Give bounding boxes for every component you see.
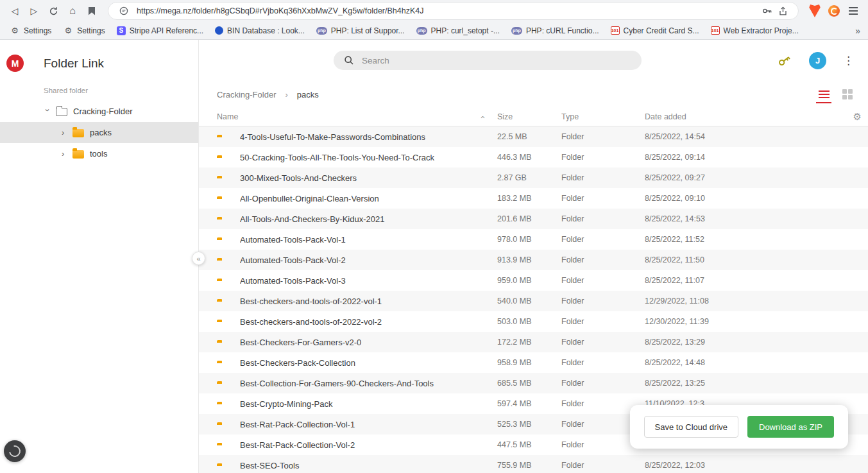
address-bar[interactable]: [108, 2, 799, 20]
table-row[interactable]: Best-checkers-and-tools-of-2022-vol-2 50…: [199, 311, 868, 332]
chevron-icon[interactable]: [62, 150, 67, 158]
view-toggles: [817, 89, 854, 99]
row-name: Best-SEO-Tools: [240, 461, 497, 470]
top-right-icons: J: [777, 52, 854, 69]
table-row[interactable]: Best-Collection-For-Gamers-90-Checkers-A…: [199, 373, 868, 393]
table-row[interactable]: Best-SEO-Tools 755.9 MB Folder 8/25/2022…: [199, 455, 868, 473]
row-size: 201.6 MB: [497, 214, 561, 223]
tree-item[interactable]: Cracking-Folder: [0, 101, 198, 122]
column-date[interactable]: Date added: [645, 112, 855, 121]
save-to-cloud-button[interactable]: Save to Cloud drive: [644, 416, 738, 438]
row-name: 300-Mixed-Tools-And-Checkers: [240, 173, 497, 183]
row-type: Folder: [561, 358, 645, 367]
row-type: Folder: [561, 379, 645, 388]
row-name: Automated-Tools-Pack-Vol-3: [240, 276, 497, 286]
chevron-icon[interactable]: [62, 128, 67, 137]
table-row[interactable]: Best-checkers-and-tools-of-2022-vol-1 54…: [199, 291, 868, 311]
row-type: Folder: [561, 276, 645, 285]
tree-item[interactable]: tools: [0, 143, 198, 164]
site-info-icon[interactable]: [116, 3, 132, 19]
bookmark-button[interactable]: [82, 2, 101, 20]
brave-shield-button[interactable]: [805, 2, 824, 20]
row-date: 8/25/2022, 14:48: [645, 358, 855, 367]
forward-button[interactable]: [24, 2, 44, 20]
folder-icon: [56, 108, 67, 116]
breadcrumb-parent[interactable]: Cracking-Folder: [217, 90, 276, 99]
row-type: Folder: [561, 132, 645, 141]
table-row[interactable]: All-Openbullet-Original-Clean-Version 18…: [199, 188, 868, 209]
table-row[interactable]: 50-Cracking-Tools-All-The-Tools-You-Need…: [199, 147, 868, 168]
floating-widget-button[interactable]: [4, 440, 26, 462]
url-input[interactable]: [137, 6, 760, 15]
row-date: 8/25/2022, 14:54: [645, 132, 855, 141]
bookmark-item[interactable]: Stripe API Referenc...: [111, 23, 209, 39]
bookmark-item[interactable]: Settings: [4, 23, 57, 39]
bookmark-favicon-icon: [117, 26, 126, 35]
row-name: Best-Checkers-For-Gamers-v2-0: [240, 338, 497, 347]
back-button[interactable]: [5, 2, 24, 20]
sidebar-collapse-button[interactable]: [192, 252, 205, 265]
tree-item[interactable]: packs: [0, 122, 198, 143]
brave-lion-icon: [809, 4, 821, 17]
reload-button[interactable]: [44, 2, 63, 20]
row-size: 540.0 MB: [497, 297, 561, 305]
chevron-icon[interactable]: [44, 109, 52, 114]
table-row[interactable]: 300-Mixed-Tools-And-Checkers 2.87 GB Fol…: [199, 168, 868, 188]
table-settings-gear-icon[interactable]: [853, 111, 862, 123]
menu-button[interactable]: [844, 2, 863, 20]
table-row[interactable]: 4-Tools-Useful-To-Make-Passwords-Combina…: [199, 126, 868, 147]
folder-key-icon[interactable]: [774, 49, 796, 71]
password-key-icon[interactable]: [760, 3, 775, 19]
list-view-button[interactable]: [817, 89, 830, 99]
bookmark-item[interactable]: PHP: cURL Functio...: [506, 23, 605, 39]
avatar[interactable]: J: [809, 52, 826, 69]
table-row[interactable]: Automated-Tools-Pack-Vol-2 913.9 MB Fold…: [199, 250, 868, 270]
column-name[interactable]: Name: [217, 112, 497, 122]
table-row[interactable]: Automated-Tools-Pack-Vol-1 978.0 MB Fold…: [199, 229, 868, 250]
grid-view-button[interactable]: [841, 89, 854, 99]
row-type: Folder: [561, 255, 645, 264]
bookmark-item[interactable]: BIN Database : Look...: [209, 23, 311, 39]
bookmark-item[interactable]: PHP: curl_setopt -...: [411, 23, 506, 39]
bookmark-item[interactable]: Cyber Credit Card S...: [605, 23, 705, 39]
breadcrumb: Cracking-Folder packs: [199, 81, 868, 108]
row-type: Folder: [561, 153, 645, 162]
bookmark-label: PHP: cURL Functio...: [526, 26, 599, 35]
overflow-menu-icon[interactable]: [843, 54, 854, 67]
row-type: Folder: [561, 235, 645, 244]
row-date: 8/25/2022, 12:03: [645, 461, 855, 470]
row-size: 525.3 MB: [497, 420, 561, 429]
row-date: 8/25/2022, 13:25: [645, 379, 855, 388]
row-name: Best-Rat-Pack-Collection-Vol-2: [240, 440, 497, 450]
tree-item-label: packs: [90, 128, 112, 137]
table-row[interactable]: Automated-Tools-Pack-Vol-3 959.0 MB Fold…: [199, 270, 868, 291]
main-panel: J Cracking-Folder packs Name Size: [199, 40, 868, 473]
folder-icon: [72, 129, 84, 137]
bookmark-label: Cyber Credit Card S...: [624, 26, 699, 35]
table-row[interactable]: Best-Checkers-Pack-Collection 958.9 MB F…: [199, 352, 868, 373]
bookmark-item[interactable]: Settings: [57, 23, 110, 39]
bookmark-label: BIN Database : Look...: [227, 26, 305, 35]
column-type[interactable]: Type: [561, 112, 645, 121]
bookmark-label: PHP: List of Suppor...: [331, 26, 405, 35]
table-row[interactable]: All-Tools-And-Checkers-By-Kidux-2021 201…: [199, 209, 868, 229]
table-row[interactable]: Best-Checkers-For-Gamers-v2-0 172.2 MB F…: [199, 332, 868, 352]
extension-button[interactable]: [824, 2, 844, 20]
download-zip-button[interactable]: Download as ZIP: [747, 416, 834, 438]
sort-ascending-icon[interactable]: [477, 116, 486, 118]
tree-item-label: tools: [90, 149, 107, 159]
column-size[interactable]: Size: [497, 112, 561, 121]
bookmark-favicon-icon: [63, 26, 73, 36]
home-button[interactable]: [63, 2, 82, 20]
search-input[interactable]: [362, 56, 631, 65]
mega-logo[interactable]: M: [6, 55, 24, 72]
share-icon[interactable]: [775, 3, 790, 19]
search-bar[interactable]: [334, 51, 642, 70]
bookmark-item[interactable]: PHP: List of Suppor...: [311, 23, 411, 39]
row-size: 503.0 MB: [497, 317, 561, 326]
row-date: 8/25/2022, 11:07: [645, 276, 855, 285]
table-header: Name Size Type Date added: [199, 108, 868, 126]
bookmark-favicon-icon: [711, 26, 720, 35]
bookmark-item[interactable]: Web Extractor Proje...: [705, 23, 804, 39]
bookmarks-overflow-icon[interactable]: [855, 26, 860, 36]
